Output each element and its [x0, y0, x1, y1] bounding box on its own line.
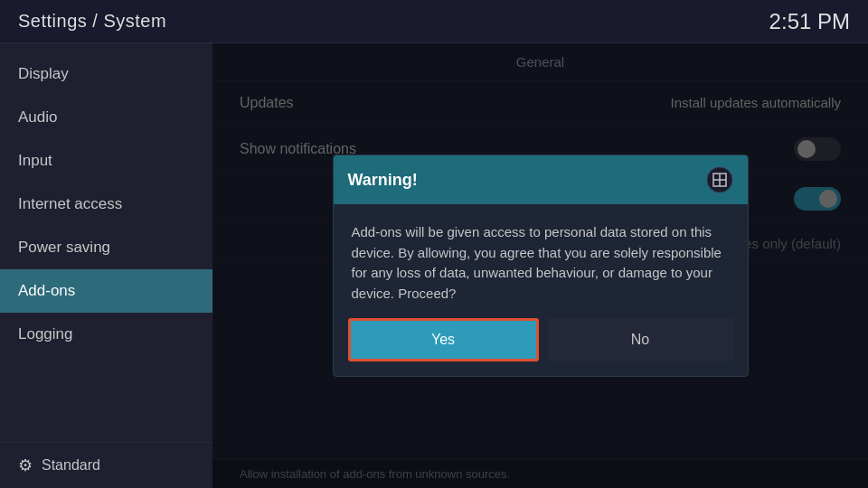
dialog-body: Add-ons will be given access to personal… — [334, 204, 748, 318]
dialog-title: Warning! — [348, 171, 418, 190]
clock: 2:51 PM — [769, 9, 850, 34]
dialog-message: Add-ons will be given access to personal… — [352, 224, 722, 301]
kodi-logo — [706, 166, 733, 193]
yes-button[interactable]: Yes — [348, 318, 539, 361]
sidebar: Display Audio Input Internet access Powe… — [0, 43, 212, 488]
sidebar-item-internet-access[interactable]: Internet access — [0, 183, 212, 226]
dialog-buttons: Yes No — [334, 318, 748, 376]
no-button[interactable]: No — [548, 318, 733, 361]
sidebar-item-power-saving[interactable]: Power saving — [0, 226, 212, 269]
sidebar-item-display[interactable]: Display — [0, 52, 212, 96]
page-title: Settings / System — [18, 11, 166, 32]
sidebar-item-add-ons[interactable]: Add-ons — [0, 269, 212, 313]
dialog-overlay: Warning! Add-ons will be giv — [212, 43, 868, 488]
sidebar-footer: ⚙ Standard — [0, 442, 212, 488]
gear-icon: ⚙ — [18, 455, 33, 475]
sidebar-item-audio[interactable]: Audio — [0, 96, 212, 139]
dialog-header: Warning! — [334, 155, 748, 204]
sidebar-item-input[interactable]: Input — [0, 139, 212, 183]
content-area: General Updates Install updates automati… — [212, 43, 868, 488]
header: Settings / System 2:51 PM — [0, 0, 868, 43]
standard-label: Standard — [42, 457, 100, 474]
warning-dialog: Warning! Add-ons will be giv — [333, 155, 749, 377]
sidebar-item-logging[interactable]: Logging — [0, 313, 212, 356]
main-layout: Display Audio Input Internet access Powe… — [0, 43, 868, 488]
